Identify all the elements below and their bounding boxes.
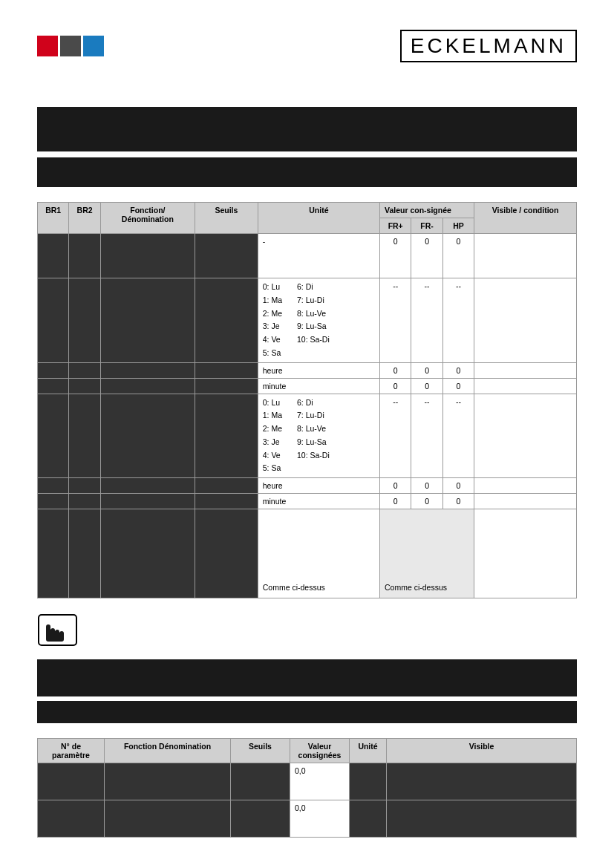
table-row: minute 0 0 0 <box>38 378 577 394</box>
hand-icon <box>37 613 78 647</box>
cell-unite-days: 0: Lu 1: Ma 2: Me 3: Je 4: Ve 5: Sa 6: D… <box>258 394 379 478</box>
cell-seuils2 <box>231 800 290 838</box>
cell-hp: -- <box>442 394 474 478</box>
cell-br1 <box>38 378 69 394</box>
cell-seuils <box>195 362 258 378</box>
cell-hp: 0 <box>442 362 474 378</box>
cell-hp: 0 <box>442 494 474 509</box>
cell-br1 <box>38 478 69 494</box>
cell-frplus: 0 <box>380 378 411 394</box>
cell-visible <box>474 362 577 378</box>
cell-unite2 <box>350 763 387 800</box>
cell-frplus: -- <box>380 394 411 478</box>
cell-frminus: 0 <box>411 234 442 278</box>
second-table: N° de paramètre Fonction Dénomination Se… <box>37 738 577 838</box>
col-header-nparam: N° de paramètre <box>38 739 105 763</box>
logo-left <box>37 33 104 59</box>
cell-unite: - <box>258 234 379 278</box>
cell-visible2 <box>387 763 577 800</box>
cell-br2 <box>69 378 100 394</box>
section2-subtitle-bar <box>37 701 577 723</box>
cell-unite: minute <box>258 494 379 509</box>
cell-seuils <box>195 394 258 478</box>
cell-fonction2 <box>105 763 231 800</box>
col-header-frplus: FR+ <box>380 218 411 234</box>
cell-visible <box>474 394 577 478</box>
table-row: 0,0 <box>38 763 577 800</box>
cell-frminus: -- <box>411 394 442 478</box>
cell-frplus: 0 <box>380 478 411 494</box>
cell-fonction <box>100 478 195 494</box>
cell-visible <box>474 378 577 394</box>
day-col-left: 0: Lu 1: Ma 2: Me 3: Je 4: Ve 5: Sa <box>263 397 282 475</box>
table-row: heure 0 0 0 <box>38 362 577 378</box>
cell-visible <box>474 509 577 598</box>
cell-br2 <box>69 362 100 378</box>
cell-seuils <box>195 234 258 278</box>
cell-nparam <box>38 763 105 800</box>
day-col-left: 0: Lu 1: Ma 2: Me 3: Je 4: Ve 5: Sa <box>263 281 282 359</box>
brand-logo: ECKELMANN <box>400 30 577 62</box>
cell-fonction <box>100 378 195 394</box>
cell-unite-days: 0: Lu 1: Ma 2: Me 3: Je 4: Ve 5: Sa 6: D… <box>258 278 379 363</box>
col-header-visible2: Visible <box>387 739 577 763</box>
cell-br2 <box>69 234 100 278</box>
cell-br1 <box>38 362 69 378</box>
cell-seuils <box>195 478 258 494</box>
svg-rect-2 <box>83 36 104 56</box>
cell-br1 <box>38 278 69 363</box>
col-header-seuils2: Seuils <box>231 739 290 763</box>
section2-title-bar <box>37 659 577 696</box>
header: ECKELMANN <box>37 30 577 62</box>
cell-frminus: 0 <box>411 378 442 394</box>
cell-br1 <box>38 509 69 598</box>
cell-hp: 0 <box>442 378 474 394</box>
col-header-seuils: Seuils <box>195 203 258 234</box>
cell-unite-comme: Comme ci-dessus <box>258 509 379 598</box>
cell-fonction <box>100 362 195 378</box>
main-table: BR1 BR2 Fonction/ Dénomination Seuils Un… <box>37 202 577 598</box>
title-bar-2 <box>37 157 577 187</box>
cell-valeur2: 0,0 <box>290 800 350 838</box>
cell-br2 <box>69 278 100 363</box>
cell-seuils <box>195 378 258 394</box>
cell-br1 <box>38 234 69 278</box>
cell-visible <box>474 278 577 363</box>
cell-seuils <box>195 278 258 363</box>
col-header-frminus: FR- <box>411 218 442 234</box>
cell-br2 <box>69 478 100 494</box>
table-row: 0: Lu 1: Ma 2: Me 3: Je 4: Ve 5: Sa 6: D… <box>38 394 577 478</box>
cell-br2 <box>69 394 100 478</box>
day-col-right: 6: Di 7: Lu-Di 8: Lu-Ve 9: Lu-Sa 10: Sa-… <box>297 397 330 475</box>
cell-fonction <box>100 234 195 278</box>
cell-seuils <box>195 494 258 509</box>
cell-valeur2: 0,0 <box>290 763 350 800</box>
cell-seuils <box>195 509 258 598</box>
cell-hp: 0 <box>442 234 474 278</box>
cell-visible2 <box>387 800 577 838</box>
cell-unite: minute <box>258 378 379 394</box>
col-header-unite: Unité <box>258 203 379 234</box>
cell-valeur-comme: Comme ci-dessus <box>380 509 474 598</box>
cell-fonction <box>100 509 195 598</box>
cell-visible <box>474 494 577 509</box>
col-header-br2: BR2 <box>69 203 100 234</box>
col-header-valeur: Valeur con-signée <box>380 203 474 218</box>
cell-fonction <box>100 394 195 478</box>
cell-frplus: 0 <box>380 362 411 378</box>
cell-br2 <box>69 509 100 598</box>
cell-frminus: 0 <box>411 478 442 494</box>
cell-hp: 0 <box>442 478 474 494</box>
col-header-hp: HP <box>442 218 474 234</box>
cell-fonction2 <box>105 800 231 838</box>
logo-icon <box>37 33 104 59</box>
cell-frplus: 0 <box>380 234 411 278</box>
table-row: heure 0 0 0 <box>38 478 577 494</box>
day-col-right: 6: Di 7: Lu-Di 8: Lu-Ve 9: Lu-Sa 10: Sa-… <box>297 281 330 359</box>
cell-br1 <box>38 494 69 509</box>
cell-br1 <box>38 394 69 478</box>
cell-frminus: 0 <box>411 362 442 378</box>
cell-fonction <box>100 494 195 509</box>
table-row: 0: Lu 1: Ma 2: Me 3: Je 4: Ve 5: Sa 6: D… <box>38 278 577 363</box>
col-header-visible: Visible / condition <box>474 203 577 234</box>
